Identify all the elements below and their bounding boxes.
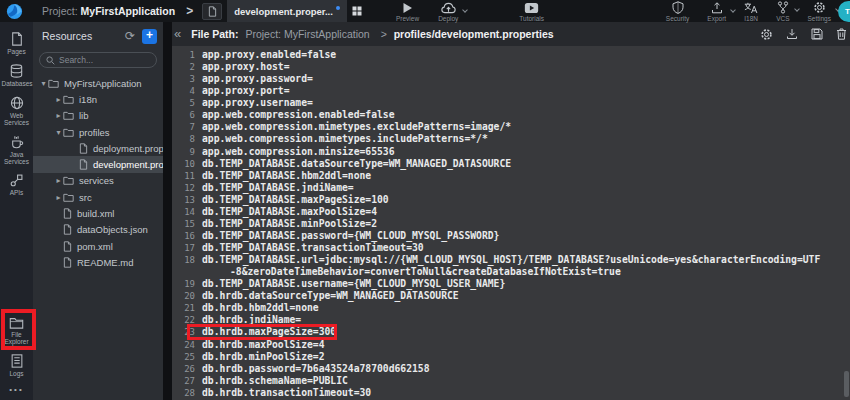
tree-item-dataobjects-json[interactable]: dataObjects.json <box>33 222 163 238</box>
search-input[interactable] <box>59 55 150 65</box>
folder-icon <box>63 176 74 185</box>
line-number: 25 <box>172 351 202 363</box>
line-number: 5 <box>172 97 202 109</box>
folder-icon <box>63 128 74 137</box>
save-icon[interactable] <box>811 28 823 40</box>
caret-down-icon[interactable]: ▾ <box>39 79 48 88</box>
line-number: 26 <box>172 363 202 375</box>
tree-item-label: deployment.properties <box>93 143 163 154</box>
caret-right-icon[interactable]: ▸ <box>54 95 63 104</box>
code-editor[interactable]: 1app.proxy.enabled=false2app.proxy.host=… <box>172 46 850 400</box>
resources-title: Resources <box>42 30 125 42</box>
nav-export-button[interactable]: Export <box>705 1 728 22</box>
download-icon[interactable] <box>786 28 798 40</box>
refresh-icon[interactable]: ⟳ <box>125 30 135 42</box>
folder-icon <box>63 193 74 202</box>
nav-label: VCS <box>776 15 789 22</box>
resources-header: Resources ⟳ + <box>33 22 163 47</box>
project-prefix: Project: <box>42 5 78 17</box>
sidebar-item-web-services[interactable]: Web Services <box>0 91 33 130</box>
tree-item-label: README.md <box>77 257 133 268</box>
code-text: app.web.compression.minsize=65536 <box>202 146 394 158</box>
chevron-down-icon <box>794 6 800 12</box>
tree-item-development-properties[interactable]: development.properties <box>33 156 163 172</box>
file-tab-icon-button[interactable] <box>202 3 222 20</box>
code-text: app.proxy.port= <box>202 85 290 97</box>
code-text: db.TEMP_DATABASE.password={WM_CLOUD_MYSQ… <box>202 230 499 242</box>
sidebar-item-java-services[interactable]: Java Services <box>0 130 33 169</box>
more-options-icon[interactable]: ••• <box>0 381 33 400</box>
wavemaker-logo-icon <box>6 3 23 20</box>
code-text: db.TEMP_DATABASE.transactionTimeout=30 <box>202 242 424 254</box>
tree-item-profiles[interactable]: ▾profiles <box>33 124 163 140</box>
code-line: 27db.hrdb.schemaName=PUBLIC <box>172 375 850 387</box>
scrollbar-thumb[interactable] <box>844 371 849 397</box>
nav-security-button[interactable]: Security <box>664 0 691 22</box>
file-path-breadcrumb: File Path: Project: MyFirstApplication >… <box>191 28 553 40</box>
line-number: 18 <box>172 254 202 266</box>
code-text: app.web.compression.mimetypes.includePat… <box>202 133 488 145</box>
sidebar-item-pages[interactable]: Pages <box>0 27 33 59</box>
code-text: app.web.compression.enabled=false <box>202 109 394 121</box>
tree-item-build-xml[interactable]: build.xml <box>33 205 163 221</box>
add-resource-button[interactable]: + <box>142 29 157 44</box>
nav-vcs-button[interactable]: VCS <box>774 0 791 22</box>
code-text: db.TEMP_DATABASE.url=jdbc:mysql://{WM_CL… <box>202 254 820 266</box>
folder-icon <box>48 79 59 88</box>
caret-down-icon[interactable]: ▾ <box>54 128 63 137</box>
code-line: 10db.TEMP_DATABASE.dataSourceType=WM_MAN… <box>172 158 850 170</box>
nav-label: I18N <box>744 15 758 22</box>
collapse-panel-icon[interactable]: « <box>174 26 181 41</box>
avatar[interactable]: TI <box>838 1 850 22</box>
settings-icon[interactable] <box>760 28 773 41</box>
nav-tutorials-button[interactable]: Tutorials <box>517 1 546 22</box>
nav-i18n-button[interactable]: I18N <box>742 1 760 22</box>
tree-item-label: src <box>79 192 92 203</box>
file-tree: ▾MyFirstApplication▸i18n▸lib▾profilesdep… <box>33 75 163 271</box>
caret-right-icon[interactable]: ▸ <box>54 193 63 202</box>
tree-item-i18n[interactable]: ▸i18n <box>33 91 163 107</box>
sidebar-item-databases[interactable]: Databases <box>0 59 33 91</box>
nav-preview-button[interactable]: Preview <box>394 1 421 22</box>
tree-item-lib[interactable]: ▸lib <box>33 108 163 124</box>
code-line: 14db.TEMP_DATABASE.maxPoolSize=4 <box>172 206 850 218</box>
code-text: -8&zeroDateTimeBehavior=convertToNull&cr… <box>202 266 621 278</box>
code-text: db.hrdb.maxPageSize=300 <box>202 326 336 338</box>
line-number: 13 <box>172 194 202 206</box>
sidebar-item-logs[interactable]: Logs <box>0 349 33 381</box>
panel-resizer[interactable] <box>163 22 172 400</box>
line-number: 19 <box>172 278 202 290</box>
sidebar-item-apis[interactable]: APIs <box>0 169 33 200</box>
caret-right-icon[interactable]: ▸ <box>54 176 63 185</box>
tree-item-deployment-properties[interactable]: deployment.properties <box>33 140 163 156</box>
line-number: 27 <box>172 375 202 387</box>
databases-icon <box>10 64 23 78</box>
topbar-nav-left: PreviewDeployTutorials <box>394 0 546 22</box>
tree-item-src[interactable]: ▸src <box>33 189 163 205</box>
file-path-project: Project: MyFirstApplication <box>245 28 369 40</box>
tree-item-myfirstapplication[interactable]: ▾MyFirstApplication <box>33 75 163 91</box>
tab-development-properties[interactable]: development.proper... <box>227 0 347 22</box>
code-text: db.hrdb.dataSourceType=WM_MANAGED_DATASO… <box>202 290 459 302</box>
tree-item-readme-md[interactable]: README.md <box>33 254 163 270</box>
line-number: 6 <box>172 109 202 121</box>
code-text: db.hrdb.hbm2ddl=none <box>202 302 319 314</box>
code-line: 2app.proxy.host= <box>172 61 850 73</box>
tree-item-pom-xml[interactable]: pom.xml <box>33 238 163 254</box>
tree-item-services[interactable]: ▸services <box>33 173 163 189</box>
code-text: db.TEMP_DATABASE.minPoolSize=2 <box>202 218 377 230</box>
code-line: 13db.TEMP_DATABASE.maxPageSize=100 <box>172 194 850 206</box>
nav-settings-button[interactable]: Settings <box>806 0 834 22</box>
file-icon <box>63 208 72 219</box>
code-line: 25db.hrdb.minPoolSize=2 <box>172 351 850 363</box>
code-line: 8app.web.compression.mimetypes.includePa… <box>172 133 850 145</box>
line-number: 28 <box>172 387 202 399</box>
code-text: db.TEMP_DATABASE.jndiName= <box>202 182 354 194</box>
delete-icon[interactable] <box>836 28 847 40</box>
nav-deploy-button[interactable]: Deploy <box>436 1 460 22</box>
code-text: app.proxy.enabled=false <box>202 49 336 61</box>
caret-right-icon[interactable]: ▸ <box>54 111 63 120</box>
code-line: 15db.TEMP_DATABASE.minPoolSize=2 <box>172 218 850 230</box>
grid-icon[interactable] <box>352 6 362 16</box>
sidebar-item-file-explorer[interactable]: File Explorer <box>0 312 33 349</box>
